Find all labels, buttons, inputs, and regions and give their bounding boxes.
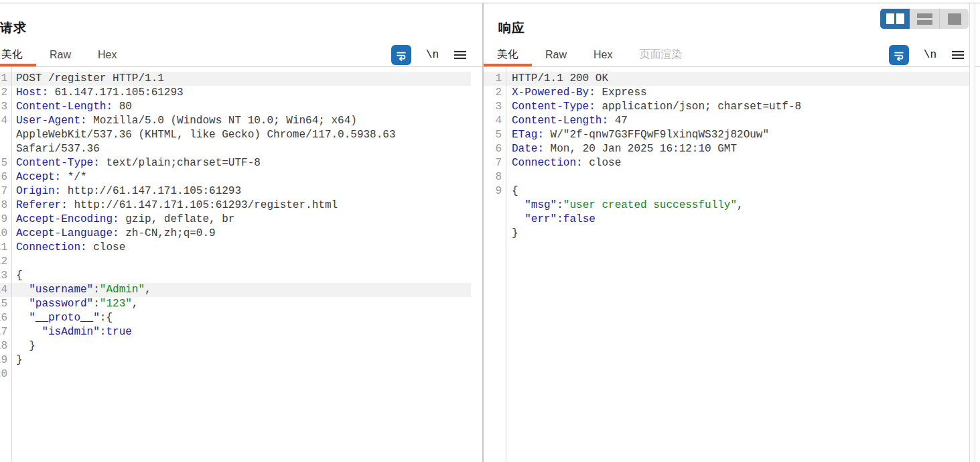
code-text: Accept: */* — [12, 170, 471, 184]
response-tabbar-icons: \n — [889, 43, 980, 66]
code-text: Content-Length: 80 — [12, 100, 471, 114]
tab-raw[interactable]: Raw — [36, 43, 84, 66]
code-text: { — [506, 184, 969, 198]
code-text: HTTP/1.1 200 OK — [506, 72, 969, 86]
line-number: 6 — [484, 142, 506, 156]
line-number: 19 — [0, 353, 12, 367]
soft-wrap-icon — [892, 48, 906, 62]
code-line: 7Connection: close — [484, 156, 969, 170]
line-number: 1 — [0, 72, 12, 86]
code-line: 12 — [0, 255, 471, 269]
tab-raw[interactable]: Raw — [532, 43, 580, 66]
layout-single-button[interactable] — [939, 9, 969, 29]
code-line: 2Host: 61.147.171.105:61293 — [0, 86, 471, 100]
line-number: 9 — [484, 184, 506, 198]
menu-button[interactable] — [453, 50, 467, 60]
line-number: 2 — [484, 86, 506, 100]
response-editor[interactable]: 1HTTP/1.1 200 OK2X-Powered-By: Express3C… — [484, 67, 969, 462]
code-text: "msg":"user created successfully", — [506, 198, 969, 213]
response-panel: 响应 美化RawHex页面渲染 \n — [484, 3, 980, 462]
request-panel-title: 请求 — [0, 19, 27, 37]
layout-switcher — [880, 9, 969, 29]
columns-layout-icon — [886, 13, 904, 24]
menu-button[interactable] — [951, 50, 965, 60]
line-number: 1 — [484, 72, 506, 86]
code-text: "username":"Admin", — [12, 283, 471, 297]
line-number: 6 — [0, 170, 12, 184]
line-number: 16 — [0, 311, 12, 325]
tab-beautify[interactable]: 美化 — [0, 43, 36, 66]
response-tabbar: 美化RawHex页面渲染 \n — [484, 43, 980, 67]
code-text: X-Powered-By: Express — [506, 86, 969, 100]
hamburger-menu-icon — [453, 50, 467, 60]
code-text: Content-Type: text/plain;charset=UTF-8 — [12, 156, 471, 170]
line-number — [484, 198, 506, 213]
newline-toggle-button[interactable]: \n — [426, 49, 439, 61]
code-line: 20 — [0, 367, 471, 382]
code-line: "msg":"user created successfully", — [484, 198, 969, 213]
response-tabs: 美化RawHex页面渲染 — [484, 43, 695, 66]
line-number: 14 — [0, 283, 12, 297]
code-text: Content-Type: application/json; charset=… — [506, 100, 969, 114]
soft-wrap-toggle-button[interactable] — [391, 45, 411, 65]
soft-wrap-toggle-button[interactable] — [889, 45, 909, 65]
line-number: 20 — [0, 367, 12, 382]
code-line: 14 "username":"Admin", — [0, 283, 471, 297]
code-text: Accept-Language: zh-CN,zh;q=0.9 — [12, 227, 471, 241]
tab-beautify[interactable]: 美化 — [484, 43, 532, 66]
tabbar-spacer — [695, 43, 888, 66]
tab-hex[interactable]: Hex — [580, 43, 626, 66]
code-text: "isAdmin":true — [12, 325, 471, 339]
response-panel-title: 响应 — [498, 19, 525, 37]
request-tabbar: 美化RawHex \n — [0, 43, 482, 67]
layout-side-by-side-button[interactable] — [880, 9, 910, 29]
code-line: 1HTTP/1.1 200 OK — [484, 72, 969, 86]
code-line: 4User-Agent: Mozilla/5.0 (Windows NT 10.… — [0, 114, 471, 156]
code-text: ETag: W/"2f-qnw7G3FFQwF9lxinqWS32j82Ouw" — [506, 128, 969, 142]
tab-hex[interactable]: Hex — [84, 43, 130, 66]
code-text: Connection: close — [12, 241, 471, 255]
line-number: 17 — [0, 325, 12, 339]
request-editor[interactable]: 1POST /register HTTP/1.12Host: 61.147.17… — [0, 67, 471, 462]
code-text: "err":false — [506, 213, 969, 227]
line-number: 5 — [484, 128, 506, 142]
response-scrollbar[interactable] — [969, 3, 975, 462]
line-number: 15 — [0, 297, 12, 311]
code-text: Host: 61.147.171.105:61293 — [12, 86, 471, 100]
code-text — [12, 367, 471, 382]
code-line: 17 "isAdmin":true — [0, 325, 471, 339]
code-text: } — [506, 227, 969, 241]
layout-stacked-button[interactable] — [910, 9, 939, 29]
code-line: 13{ — [0, 269, 471, 283]
code-text: "__proto__":{ — [12, 311, 471, 325]
code-text: Connection: close — [506, 156, 969, 170]
code-line: 11Connection: close — [0, 241, 471, 255]
code-line: 8Referer: http://61.147.171.105:61293/re… — [0, 198, 471, 213]
line-number: 11 — [0, 241, 12, 255]
code-text: } — [12, 353, 471, 367]
line-number — [484, 213, 506, 227]
rows-layout-icon — [917, 13, 932, 25]
request-tabs: 美化RawHex — [0, 43, 130, 66]
request-tabbar-icons: \n — [391, 43, 482, 66]
code-line: } — [484, 227, 969, 241]
newline-toggle-button[interactable]: \n — [924, 49, 936, 61]
code-line: 9{ — [484, 184, 969, 198]
code-text: Origin: http://61.147.171.105:61293 — [12, 184, 471, 198]
code-line: 15 "password":"123", — [0, 297, 471, 311]
line-number: 4 — [0, 114, 12, 156]
code-text: } — [12, 339, 471, 353]
line-number: 8 — [484, 170, 506, 184]
line-number: 3 — [484, 100, 506, 114]
hamburger-menu-icon — [951, 50, 965, 60]
code-text: POST /register HTTP/1.1 — [12, 72, 471, 86]
tab-render: 页面渲染 — [626, 43, 695, 66]
code-line: 3Content-Length: 80 — [0, 100, 471, 114]
code-line: 18 } — [0, 339, 471, 353]
code-text: { — [12, 269, 471, 283]
code-text — [12, 255, 471, 269]
code-text: Accept-Encoding: gzip, deflate, br — [12, 213, 471, 227]
line-number: 4 — [484, 114, 506, 128]
line-number: 13 — [0, 269, 12, 283]
line-number: 3 — [0, 100, 12, 114]
